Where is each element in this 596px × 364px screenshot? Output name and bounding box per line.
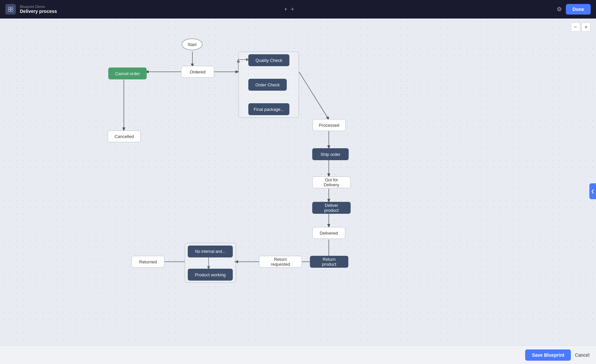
cancel-order-node[interactable]: Cancel order xyxy=(108,68,147,79)
canvas[interactable]: Start Ordered Cancel order Cancelled Qua… xyxy=(0,19,596,364)
deliver-product-node[interactable]: Deliver product xyxy=(312,202,351,214)
quality-check-node[interactable]: Quality Check xyxy=(248,54,289,66)
out-for-delivery-node[interactable]: Out for Delivery xyxy=(312,176,351,188)
delivered-node[interactable]: Delivered xyxy=(312,227,345,239)
bottom-bar: Save Blueprint Cancel xyxy=(0,345,596,364)
zoom-out-button[interactable]: − xyxy=(571,23,580,32)
cancel-button[interactable]: Cancel xyxy=(575,352,589,358)
start-node[interactable]: Start xyxy=(181,38,203,50)
cancelled-node[interactable]: Cancelled xyxy=(108,130,141,142)
svg-rect-0 xyxy=(8,7,10,9)
ship-order-node[interactable]: Ship order xyxy=(312,148,349,160)
zoom-controls: − + xyxy=(571,23,591,32)
save-blueprint-button[interactable]: Save Blueprint xyxy=(525,349,571,361)
processed-node[interactable]: Processed xyxy=(313,119,346,131)
order-check-node[interactable]: Order Check xyxy=(248,79,287,91)
ordered-node[interactable]: Ordered xyxy=(181,66,214,78)
final-package-node[interactable]: Final package... xyxy=(248,103,289,115)
side-panel-toggle[interactable]: ❮ xyxy=(589,183,596,199)
page-title: Delivery process xyxy=(20,9,282,14)
svg-line-10 xyxy=(299,72,329,119)
returned-node[interactable]: Returned xyxy=(131,256,165,268)
product-working-node[interactable]: Product working xyxy=(188,269,233,281)
add-button[interactable]: + xyxy=(291,6,294,13)
svg-rect-3 xyxy=(11,10,13,12)
zoom-in-button[interactable]: + xyxy=(581,23,591,32)
svg-rect-2 xyxy=(8,10,10,12)
no-internal-node[interactable]: No internal and... xyxy=(188,246,233,257)
return-product-node[interactable]: Return product xyxy=(310,256,348,268)
header-title-group: Blueprint Demo Delivery process xyxy=(20,5,282,14)
return-requested-node[interactable]: Return requested xyxy=(259,256,302,268)
header: Blueprint Demo Delivery process ▾ + ⚙ Do… xyxy=(0,0,596,19)
chevron-down-icon[interactable]: ▾ xyxy=(285,7,287,12)
done-button[interactable]: Done xyxy=(566,4,591,15)
header-right: ⚙ Done xyxy=(557,4,591,15)
svg-rect-1 xyxy=(11,7,13,9)
app-name: Blueprint Demo xyxy=(20,5,282,9)
gear-icon[interactable]: ⚙ xyxy=(557,6,562,13)
app-logo xyxy=(5,4,16,15)
